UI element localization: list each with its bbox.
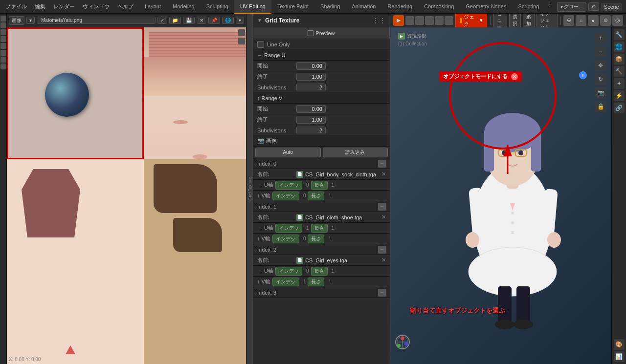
- nav-camera[interactable]: 📷: [595, 87, 606, 99]
- uv-dropdown-arrow[interactable]: ▾: [26, 17, 35, 24]
- nav-zoom-in[interactable]: +: [595, 32, 606, 44]
- tab-modeling[interactable]: Modeling: [167, 0, 201, 14]
- tab-shading[interactable]: Shading: [314, 0, 346, 14]
- subdivisions-v-value[interactable]: 2: [296, 127, 326, 134]
- uv-close-btn[interactable]: ✕: [197, 17, 206, 24]
- tab-sculpting[interactable]: Sculpting: [201, 0, 234, 14]
- start-v-value[interactable]: 0.00: [296, 105, 326, 113]
- sidebar-tool-select[interactable]: [0, 16, 6, 21]
- index-2-v-type[interactable]: インデッ: [272, 278, 299, 286]
- tab-geometry-nodes[interactable]: Geometry Nodes: [460, 0, 512, 14]
- index-1-filename[interactable]: CS_Girl_cloth_shoe.tga: [305, 214, 381, 220]
- rs-material-icon[interactable]: 🎨: [614, 339, 625, 350]
- tab-add-btn[interactable]: +: [545, 0, 555, 14]
- nav-rotate[interactable]: ↻: [595, 73, 606, 85]
- menu-file[interactable]: ファイル: [2, 2, 30, 11]
- end-u-value[interactable]: 1.00: [296, 73, 326, 81]
- uv-pin-btn[interactable]: 📌: [208, 17, 220, 24]
- menu-edit[interactable]: 編集: [31, 2, 49, 11]
- tab-layout[interactable]: Layout: [139, 0, 167, 14]
- subdivisions-u-value[interactable]: 2: [296, 84, 326, 91]
- uv-zoom-in[interactable]: [238, 29, 245, 36]
- index-1-v-type[interactable]: インデッ: [272, 235, 299, 243]
- menu-window[interactable]: ウィンドウ: [79, 2, 113, 11]
- snap-icon[interactable]: ⊕: [563, 15, 574, 26]
- index-0-filename[interactable]: CS_Girl_body_sock_cloth.tga: [305, 171, 381, 177]
- index-0-u-type[interactable]: インデッ: [275, 181, 302, 190]
- sidebar-tool-measure[interactable]: [0, 64, 6, 69]
- viewport-3d[interactable]: ▶ 透視投影 (1) Collection オブジェクトモードにする ✕ i: [390, 27, 611, 364]
- rs-modifier-icon[interactable]: 🔨: [614, 66, 625, 77]
- toolbar-icon-2[interactable]: [415, 16, 424, 25]
- nav-zoom-out[interactable]: −: [595, 46, 606, 58]
- range-v-header[interactable]: ↑ Range V: [253, 93, 390, 104]
- sidebar-tool-transform[interactable]: [0, 50, 6, 56]
- index-1-u-type[interactable]: インデッ: [275, 224, 302, 233]
- tab-texturepaint[interactable]: Texture Paint: [271, 0, 314, 14]
- rs-constraints-icon[interactable]: 🔗: [614, 103, 625, 113]
- rs-scene-icon[interactable]: 🌐: [614, 42, 625, 52]
- tab-scripting[interactable]: Scripting: [512, 0, 545, 14]
- toolbar-icon-3[interactable]: [425, 16, 434, 25]
- nav-lock[interactable]: 🔒: [595, 101, 606, 112]
- xray-icon[interactable]: ◎: [612, 15, 623, 26]
- index-1-minus[interactable]: −: [378, 203, 386, 211]
- index-2-u-type[interactable]: インデッ: [275, 267, 302, 276]
- tab-uvediting[interactable]: UV Editing: [234, 0, 271, 14]
- add-btn[interactable]: 追加: [523, 13, 535, 28]
- index-2-close[interactable]: ✕: [381, 257, 386, 263]
- sidebar-tool-annotate[interactable]: [0, 57, 6, 63]
- panel-options[interactable]: ⋮⋮: [372, 17, 386, 24]
- rs-physics-icon[interactable]: ⚡: [614, 90, 625, 101]
- sidebar-tool-cursor[interactable]: [0, 22, 6, 28]
- uv-filename[interactable]: MatometaYatu.png: [37, 17, 156, 24]
- sidebar-tool-scale[interactable]: [0, 43, 6, 49]
- index-0-close[interactable]: ✕: [381, 171, 386, 177]
- read-btn[interactable]: 読み込み: [323, 148, 388, 157]
- index-2-minus[interactable]: −: [378, 246, 386, 254]
- end-v-value[interactable]: 1.00: [296, 116, 326, 124]
- shading-icon[interactable]: ●: [588, 15, 599, 26]
- preview-dropdown[interactable]: Preview: [253, 27, 390, 39]
- engine-btn[interactable]: ⊙: [588, 2, 599, 11]
- range-u-header[interactable]: → Range U: [253, 50, 390, 61]
- rs-particles-icon[interactable]: ✦: [614, 78, 625, 89]
- uv-canvas[interactable]: X: 0.00 Y: 0.00: [7, 27, 246, 364]
- index-3-minus[interactable]: −: [378, 289, 386, 297]
- popup-close-btn[interactable]: ✕: [511, 73, 518, 80]
- index-2-filename[interactable]: CS_Girl_eyes.tga: [305, 257, 381, 263]
- rs-data-icon[interactable]: 📊: [614, 351, 625, 362]
- tab-compositing[interactable]: Compositing: [418, 0, 460, 14]
- sidebar-tool-rotate[interactable]: [0, 36, 6, 42]
- toolbar-icon-5[interactable]: [445, 16, 453, 25]
- nav-pan[interactable]: ✥: [595, 60, 606, 71]
- uv-check-btn[interactable]: ✓: [157, 17, 167, 24]
- toolbar-icon-4[interactable]: [435, 16, 444, 25]
- menu-render[interactable]: レンダー: [50, 2, 78, 11]
- uv-more-btn[interactable]: ▾: [236, 17, 244, 24]
- uv-folder-btn[interactable]: 📁: [169, 17, 181, 24]
- nav-gizmo[interactable]: [395, 335, 410, 349]
- index-1-close[interactable]: ✕: [381, 214, 386, 220]
- rs-object-icon[interactable]: 📦: [614, 54, 625, 64]
- start-u-value[interactable]: 0.00: [296, 62, 326, 70]
- overlay-icon[interactable]: ⊚: [600, 15, 611, 26]
- select-btn[interactable]: 選択: [509, 13, 521, 28]
- uv-pan-icon[interactable]: [238, 38, 245, 44]
- tab-animation[interactable]: Animation: [346, 0, 381, 14]
- index-0-v-type[interactable]: インデッ: [272, 192, 299, 200]
- uv-globe-btn[interactable]: 🌐: [222, 17, 234, 24]
- info-icon[interactable]: i: [579, 71, 587, 79]
- proportional-icon[interactable]: ○: [576, 15, 586, 26]
- sidebar-tool-move[interactable]: [0, 29, 6, 35]
- image-section-header[interactable]: 📷 画像: [253, 136, 390, 147]
- tab-rendering[interactable]: Rendering: [381, 0, 418, 14]
- uv-mode-dropdown[interactable]: 画像: [9, 16, 24, 25]
- uv-save-btn[interactable]: 💾: [183, 17, 195, 24]
- rs-tools-icon[interactable]: 🔧: [614, 29, 625, 40]
- auto-btn[interactable]: Auto: [255, 148, 321, 157]
- play-icon[interactable]: ▶: [393, 15, 404, 26]
- scene-dropdown[interactable]: ▾ グロー...: [557, 2, 586, 12]
- toolbar-icon-1[interactable]: [405, 16, 414, 25]
- menu-help[interactable]: ヘルプ: [114, 2, 137, 11]
